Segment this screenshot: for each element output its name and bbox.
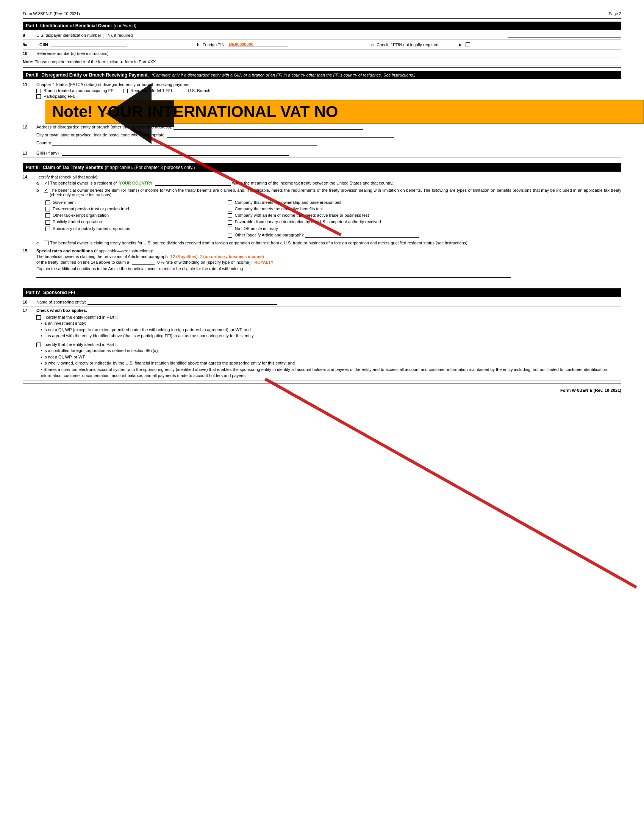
section-15-article-value: 12 (Royalties), 7 (on ordinary business … [171, 254, 264, 259]
section-17-opt1: I certify that the entity identified in … [36, 314, 621, 320]
section-16: 16 Name of sponsoring entity: [23, 298, 621, 307]
section-15-extra-line [36, 273, 511, 278]
lob-left-3: Other tax-exempt organization [44, 212, 226, 219]
section-14b-checkbox[interactable] [44, 188, 48, 192]
section-12-city-field[interactable] [167, 133, 394, 137]
section-11-num: 11 [23, 82, 36, 87]
page-footer: Form W-8BEN-E (Rev. 10-2021) [23, 388, 621, 393]
section-9-row: 9a GIIN b Foreign TIN DE00000000 c Check… [23, 40, 621, 50]
section-14a-label: a [36, 181, 44, 185]
section-17-opt2-checkbox[interactable] [36, 343, 41, 347]
giin-field[interactable] [51, 42, 127, 47]
reporting-model1-checkbox[interactable] [123, 89, 128, 93]
section-14c-text: The beneficial owner is claiming treaty … [50, 241, 469, 245]
lob-active-trade-checkbox[interactable] [228, 213, 232, 218]
lob-other-field[interactable] [305, 233, 419, 238]
section-8-field[interactable] [508, 33, 621, 38]
section-14a-text-before: The beneficial owner is a resident of [50, 181, 117, 185]
part3-label: Part III [26, 165, 40, 170]
section-17-content: I certify that the entity identified in … [36, 314, 621, 379]
section-16-num: 16 [23, 300, 36, 304]
section-14a-country: YOUR COUNTRY [119, 181, 153, 185]
branch-nonpart-checkbox[interactable] [36, 89, 41, 93]
section-15-content: Special rates and conditions (if applica… [36, 249, 511, 278]
vat-banner: Note! YOUR INTERNATIONAL VAT NO [45, 100, 644, 124]
lob-subsidiary-checkbox[interactable] [45, 226, 50, 231]
section-13-giin-field[interactable] [62, 151, 289, 156]
section-14-intro: I certify that (check all that apply): [36, 175, 98, 179]
lob-other-checkbox[interactable] [228, 233, 232, 238]
section-17-bullet2-3: • Is wholly owned, directly or indirectl… [41, 360, 621, 367]
lob-taxexempt-checkbox[interactable] [45, 213, 50, 218]
section-12-content: Address of disregarded entity or branch … [36, 124, 621, 145]
lob-pension-checkbox[interactable] [45, 207, 50, 212]
section-11: 11 Chapter 4 Status (FATCA status) of di… [23, 81, 621, 99]
section-15-conditions-field[interactable] [245, 267, 511, 271]
participating-ffi-checkbox[interactable] [36, 94, 41, 99]
lob-row-6: Other (specify Article and paragraph): [44, 232, 629, 238]
lob-left-5: Subsidiary of a publicly traded corporat… [44, 225, 226, 232]
section-12-wrapper: Note! YOUR INTERNATIONAL VAT NO 12 Addre… [23, 99, 621, 148]
section-11-opt2: Reporting Model 1 FFI. [123, 88, 173, 93]
lob-favorable-checkbox[interactable] [228, 220, 232, 225]
foreign-tin-value[interactable]: DE00000000 [228, 42, 288, 47]
section-8-num: 8 [23, 33, 36, 37]
section-16-entity-field[interactable] [87, 300, 277, 305]
section-14b-text: The beneficial owner derives the item (o… [50, 188, 621, 197]
part2-label: Part II [26, 73, 38, 78]
section-15-extra-field[interactable] [36, 273, 511, 278]
section-14c-checkbox[interactable] [44, 241, 48, 245]
section-10: 10 Reference number(s) (see instructions… [23, 50, 621, 58]
section-8-text: U.S. taxpayer identification number (TIN… [36, 33, 508, 37]
part1-label: Part I [26, 23, 37, 28]
section-14b: b The beneficial owner derives the item … [36, 188, 621, 238]
section-11-options: Branch treated as nonparticipating FFI. … [36, 88, 621, 93]
section-17-opt1-checkbox[interactable] [36, 315, 41, 320]
section-15-income-type: ROYALTY [254, 260, 273, 265]
note-text2: form in Part XXX. [125, 60, 157, 64]
section-14: 14 I certify that (check all that apply)… [23, 173, 621, 247]
section-9c-label: c [371, 42, 373, 47]
section-14a-checkbox[interactable] [44, 181, 48, 185]
section-17-header: 17 Check which box applies. [23, 308, 621, 313]
lob-nolob-checkbox[interactable] [228, 226, 232, 231]
section-15-line3: of the treaty identified on line 14a abo… [36, 260, 511, 265]
section-12-country-row: Country [36, 141, 621, 145]
lob-govt-checkbox[interactable] [45, 200, 50, 205]
section-14b-header: b The beneficial owner derives the item … [36, 188, 621, 197]
note-text: Please complete remainder of the form in… [34, 60, 118, 64]
part1-title-italic: (continued) [114, 23, 136, 28]
section-14-num: 14 [23, 175, 36, 179]
section-11-opt3: U.S. Branch. [181, 88, 211, 93]
section-11-opt1: Branch treated as nonparticipating FFI. [36, 88, 116, 93]
section-17-bold: Check which box applies. [36, 308, 87, 313]
lob-right-2: Company that meets the derivative benefi… [226, 206, 629, 212]
section-14c: c The beneficial owner is claiming treat… [36, 241, 621, 245]
section-9a-num: 9a [23, 42, 36, 47]
ftin-checkbox[interactable] [466, 42, 470, 47]
lob-left-2: Tax-exempt pension trust or pension fund [44, 206, 226, 212]
section-12-country-field[interactable] [52, 141, 318, 145]
section-17: 17 Check which box applies. I certify th… [23, 307, 621, 381]
section-15-header: 15 Special rates and conditions (if appl… [23, 249, 511, 278]
lob-ownership-checkbox[interactable] [228, 200, 232, 205]
section-14b-label: b [36, 188, 44, 192]
part4-header: Part IV Sponsored FFI [23, 288, 621, 297]
section-12-address-field[interactable] [173, 124, 363, 129]
page-header: Form W-8BEN-E (Rev. 10-2021) Page 2 [23, 11, 621, 16]
section-14a-country-field[interactable] [155, 181, 231, 186]
lob-derivative-checkbox[interactable] [228, 207, 232, 212]
lob-left-6 [44, 232, 226, 238]
lob-public-traded-checkbox[interactable] [45, 220, 50, 225]
section-14c-label: c [36, 241, 44, 245]
us-branch-checkbox[interactable] [181, 89, 185, 93]
section-17-bullet1-3: • Has agreed with the entity identified … [41, 333, 621, 339]
section-15-rate-field[interactable] [132, 260, 155, 265]
section-10-field[interactable] [470, 51, 621, 56]
part4-title: Sponsored FFI [43, 290, 75, 295]
section-9b-text: Foreign TIN [203, 42, 224, 47]
part1-header: Part I Identification of Beneficial Owne… [23, 22, 621, 30]
section-8: 8 U.S. taxpayer identification number (T… [23, 31, 621, 40]
lob-right-1: Company that meets the ownership and bas… [226, 199, 629, 206]
note-bold: Note: [23, 60, 33, 64]
